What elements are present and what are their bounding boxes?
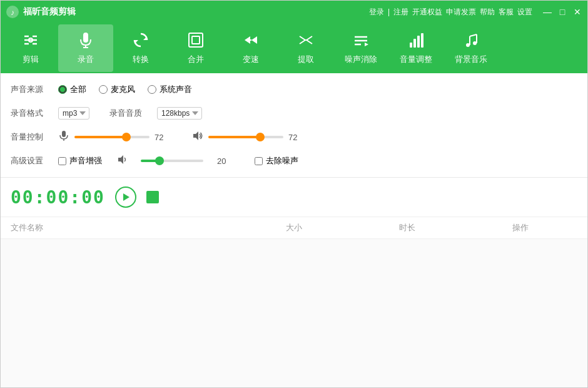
source-mic-label: 麦克风 [111,84,135,95]
source-all-label: 全部 [70,84,86,95]
quality-label: 录音音质 [109,108,147,119]
svg-rect-27 [417,36,420,48]
minimize-button[interactable]: — [542,7,552,17]
col-action-header: 操作 [464,222,577,233]
source-radio-group: 全部 麦克风 系统声音 [58,84,192,95]
settings-panel: 声音来源 全部 麦克风 系统声音 [1,73,587,178]
file-list-body [1,239,587,387]
svg-marker-38 [123,193,129,201]
tool-edit-label: 剪辑 [23,54,39,65]
source-label: 声音来源 [11,84,48,95]
boost-speaker-icon [117,154,128,168]
source-system-radio[interactable] [148,85,156,94]
tool-record-label: 录音 [78,54,94,65]
denoise-checkbox[interactable] [255,157,263,165]
format-select[interactable]: mp3 wav aac [58,107,89,120]
tool-denoise[interactable]: 噪声消除 [333,24,388,72]
svg-line-16 [300,36,305,40]
advanced-row: 高级设置 声音增强 20 去除噪声 [11,152,577,170]
source-all-radio[interactable] [58,85,67,94]
svg-marker-37 [118,155,123,164]
close-button[interactable]: ✕ [572,7,582,17]
recording-area: 00:00:00 [1,178,587,217]
stop-button[interactable] [146,191,159,203]
tool-denoise-label: 噪声消除 [345,54,377,65]
format-row: 录音格式 mp3 wav aac 录音音质 128kbps 192kbps 32… [11,105,577,122]
tool-edit[interactable]: 剪辑 [3,24,58,72]
record-icon [77,31,94,51]
denoise-icon [352,31,370,51]
source-mic[interactable]: 麦克风 [99,84,135,95]
play-button[interactable] [115,186,136,208]
svg-marker-11 [143,36,147,40]
svg-marker-36 [193,131,198,140]
nav-premium[interactable]: 开通权益 [412,7,442,18]
app-window: ♪ 福昕音频剪辑 登录 | 注册 开通权益 申请发票 帮助 客服 设置 — □ … [0,0,588,388]
boost-checkbox-label[interactable]: 声音增强 [58,155,102,166]
speaker-icon [192,130,203,144]
source-all[interactable]: 全部 [58,84,86,95]
svg-rect-8 [83,33,88,43]
nav-links: 登录 | 注册 开通权益 申请发票 帮助 客服 设置 [369,7,532,18]
window-controls: — □ ✕ [542,7,582,17]
tool-speed-label: 变速 [243,54,259,65]
svg-rect-13 [189,33,203,47]
svg-rect-25 [410,43,412,48]
nav-invoice[interactable]: 申请发票 [446,7,476,18]
source-row: 声音来源 全部 麦克风 系统声音 [11,81,577,98]
boost-checkbox[interactable] [58,157,66,165]
speed-icon [242,31,260,51]
mic-icon [58,130,69,144]
app-logo: ♪ [6,5,19,19]
mic-volume-slider[interactable] [74,136,150,138]
quality-select[interactable]: 128kbps 192kbps 320kbps [157,107,202,120]
content-area: 声音来源 全部 麦克风 系统声音 [1,73,587,387]
volume-icon [407,31,425,51]
col-name-header: 文件名称 [11,222,237,233]
sys-volume-value: 72 [288,133,303,142]
svg-line-33 [470,34,477,36]
time-display: 00:00:00 [11,187,105,208]
nav-settings[interactable]: 设置 [517,7,532,18]
svg-text:♪: ♪ [11,8,14,17]
tool-extract[interactable]: 提取 [278,24,333,72]
volume-row: 音量控制 72 [11,128,577,146]
file-list-header: 文件名称 大小 时长 操作 [1,217,587,239]
boost-slider[interactable] [141,160,203,162]
nav-register[interactable]: 注册 [393,7,408,18]
nav-service[interactable]: 客服 [499,7,514,18]
col-duration-header: 时长 [351,222,464,233]
tool-extract-label: 提取 [298,54,314,65]
boost-label: 声音增强 [69,155,102,166]
denoise-checkbox-label[interactable]: 去除噪声 [255,155,298,166]
mic-volume-value: 72 [155,133,170,142]
sys-volume-slider[interactable] [208,136,283,138]
tool-record[interactable]: 录音 [58,24,113,72]
source-system-label: 系统声音 [160,84,192,95]
source-system[interactable]: 系统声音 [148,84,192,95]
format-label: 录音格式 [11,108,48,119]
nav-login[interactable]: 登录 [369,7,384,18]
file-list: 文件名称 大小 时长 操作 [1,217,587,387]
tool-bgmusic[interactable]: 背景音乐 [444,24,499,72]
merge-icon [187,31,205,51]
boost-value: 20 [217,156,232,166]
tool-speed[interactable]: 变速 [223,24,278,72]
tool-merge-label: 合并 [188,54,204,65]
tool-volume[interactable]: 音量调整 [388,24,444,72]
svg-rect-34 [62,131,66,137]
volume-label: 音量控制 [11,131,48,143]
app-title: 福昕音频剪辑 [23,6,369,18]
svg-rect-14 [192,36,200,44]
maximize-button[interactable]: □ [557,7,567,17]
edit-icon [22,31,39,51]
svg-line-19 [307,40,312,44]
tool-merge[interactable]: 合并 [168,24,223,72]
tool-convert-label: 转换 [133,54,149,65]
nav-help[interactable]: 帮助 [480,7,495,18]
bgmusic-icon [462,31,480,51]
tool-convert[interactable]: 转换 [113,24,168,72]
svg-rect-28 [421,33,423,48]
source-mic-radio[interactable] [99,85,108,94]
convert-icon [132,31,150,51]
